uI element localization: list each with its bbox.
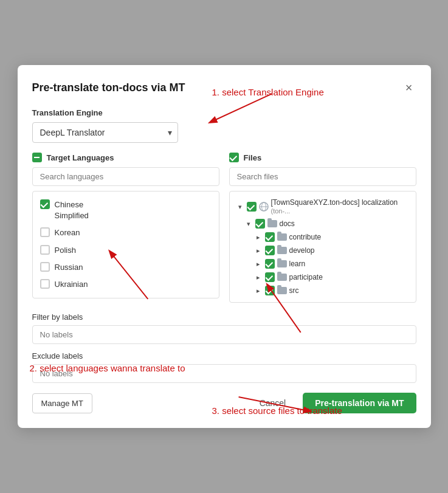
tree-toggle-participate[interactable]: [254, 273, 263, 281]
tree-row-learn: learn: [235, 257, 411, 271]
tree-checkbox-src[interactable]: [265, 286, 275, 295]
tree-label-develop: develop: [289, 246, 315, 255]
tree-label-contribute: contribute: [289, 233, 322, 241]
tree-checkbox-develop[interactable]: [265, 246, 275, 255]
close-button[interactable]: ×: [402, 80, 416, 96]
lang-label-russian: Russian: [55, 262, 83, 273]
files-section: Files [TownSquareXYZ.ton-docs] localizat…: [229, 153, 416, 303]
lang-label-polish: Polish: [55, 245, 76, 256]
files-label: Files: [244, 153, 262, 162]
folder-icon-docs: [267, 220, 277, 227]
tree-row-root: [TownSquareXYZ.ton-docs] localization (t…: [235, 196, 411, 217]
tree-checkbox-contribute[interactable]: [265, 232, 275, 242]
exclude-label: Exclude labels: [32, 351, 416, 360]
list-item: Polish: [38, 242, 214, 259]
engine-select[interactable]: DeepL Translator Google Translate Micros…: [32, 122, 178, 143]
languages-label: Target Languages: [47, 153, 114, 162]
filter-labels-input[interactable]: [32, 325, 416, 344]
exclude-labels-input[interactable]: [32, 364, 416, 383]
filter-label: Filter by labels: [32, 312, 416, 322]
lang-checkbox-polish[interactable]: [40, 245, 50, 255]
languages-list: ChineseSimplified Korean Polish Russian: [32, 191, 219, 298]
pre-translate-button[interactable]: Pre-translation via MT: [303, 393, 416, 413]
list-item: Russian: [38, 259, 214, 276]
files-checkbox[interactable]: [229, 153, 239, 162]
lang-checkbox-russian[interactable]: [40, 262, 50, 272]
tree-label-src: src: [289, 286, 299, 295]
folder-icon-participate: [277, 274, 287, 281]
tree-checkbox-docs[interactable]: [255, 219, 265, 229]
engine-select-wrapper: DeepL Translator Google Translate Micros…: [32, 122, 178, 143]
tree-row-docs: docs: [235, 217, 411, 230]
modal-header: Pre-translate ton-docs via MT ×: [32, 80, 416, 96]
translation-engine-section: Translation Engine DeepL Translator Goog…: [32, 108, 416, 143]
tree-label-root: [TownSquareXYZ.ton-docs] localization (t…: [271, 198, 410, 215]
languages-checkbox[interactable]: [32, 153, 42, 162]
lang-checkbox-korean[interactable]: [40, 227, 50, 237]
modal: 1. select Translation Engine 2. select l…: [18, 65, 431, 428]
cancel-button[interactable]: Cancel: [249, 393, 297, 413]
file-tree: [TownSquareXYZ.ton-docs] localization (t…: [229, 191, 416, 303]
lang-label-chinese: ChineseSimplified: [55, 199, 89, 221]
list-item: Ukrainian: [38, 276, 214, 293]
tree-toggle-docs[interactable]: [244, 219, 253, 228]
tree-row-src: src: [235, 284, 411, 297]
folder-icon-develop: [277, 247, 287, 254]
tree-row-contribute: contribute: [235, 230, 411, 244]
folder-icon-src: [277, 287, 287, 294]
two-col-section: Target Languages ChineseSimplified Korea…: [32, 153, 416, 303]
lang-checkbox-chinese[interactable]: [40, 199, 50, 209]
lang-checkbox-ukrainian[interactable]: [40, 279, 50, 289]
tree-label-learn: learn: [289, 260, 306, 268]
lang-label-ukrainian: Ukrainian: [55, 279, 88, 290]
modal-footer: Manage MT Cancel Pre-translation via MT: [32, 393, 416, 413]
tree-toggle-src[interactable]: [254, 286, 263, 295]
tree-row-participate: participate: [235, 271, 411, 284]
search-languages-input[interactable]: [32, 167, 219, 186]
exclude-labels-section: Exclude labels: [32, 351, 416, 383]
list-item: ChineseSimplified: [38, 196, 214, 224]
tree-checkbox-root[interactable]: [247, 202, 257, 212]
languages-header: Target Languages: [32, 153, 219, 162]
tree-label-participate: participate: [289, 273, 323, 281]
search-files-input[interactable]: [229, 167, 416, 186]
tree-checkbox-participate[interactable]: [265, 272, 275, 282]
tree-toggle-root[interactable]: [236, 202, 244, 211]
lang-label-korean: Korean: [55, 227, 80, 238]
modal-title: Pre-translate ton-docs via MT: [32, 81, 185, 94]
tree-checkbox-learn[interactable]: [265, 259, 275, 269]
tree-toggle-develop[interactable]: [254, 246, 263, 255]
list-item: Korean: [38, 224, 214, 241]
manage-mt-button[interactable]: Manage MT: [32, 393, 92, 413]
tree-toggle-contribute[interactable]: [254, 233, 263, 241]
languages-section: Target Languages ChineseSimplified Korea…: [32, 153, 219, 303]
filter-labels-section: Filter by labels: [32, 312, 416, 344]
tree-toggle-learn[interactable]: [254, 260, 263, 268]
folder-icon-learn: [277, 260, 287, 267]
engine-label: Translation Engine: [32, 108, 416, 117]
files-header: Files: [229, 153, 416, 162]
tree-label-docs: docs: [280, 219, 295, 228]
globe-icon: [259, 202, 269, 212]
tree-row-develop: develop: [235, 244, 411, 257]
folder-icon-contribute: [277, 233, 287, 241]
